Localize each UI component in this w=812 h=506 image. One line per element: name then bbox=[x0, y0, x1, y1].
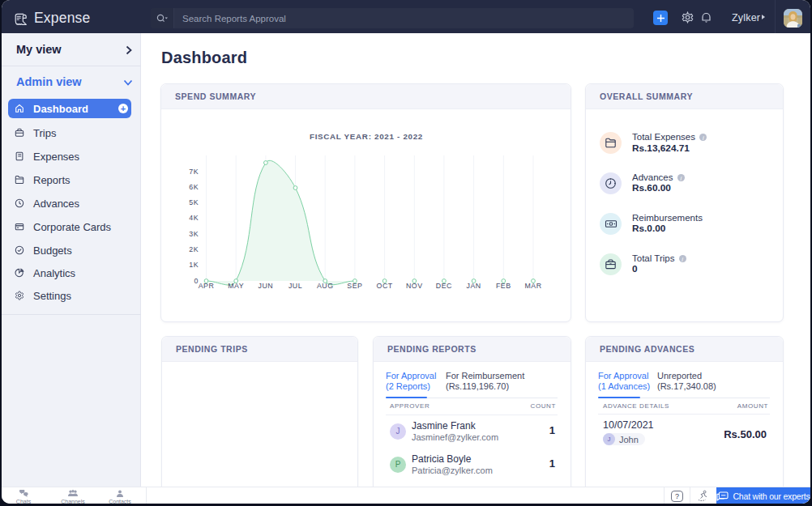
svg-text:JUL: JUL bbox=[288, 282, 302, 290]
svg-text:JAN: JAN bbox=[467, 282, 481, 290]
svg-text:1K: 1K bbox=[189, 261, 199, 269]
svg-text:FEB: FEB bbox=[496, 282, 511, 290]
svg-text:DEC: DEC bbox=[436, 282, 452, 290]
svg-text:NOV: NOV bbox=[406, 282, 423, 290]
svg-text:MAY: MAY bbox=[228, 282, 244, 290]
svg-text:7K: 7K bbox=[189, 168, 199, 176]
svg-text:OCT: OCT bbox=[377, 282, 393, 290]
svg-text:2K: 2K bbox=[189, 245, 199, 253]
svg-text:SEP: SEP bbox=[347, 282, 362, 290]
svg-text:JUN: JUN bbox=[259, 282, 274, 290]
svg-text:4K: 4K bbox=[189, 214, 199, 222]
svg-text:MAR: MAR bbox=[524, 282, 541, 290]
svg-text:3K: 3K bbox=[189, 230, 199, 238]
svg-text:FISCAL YEAR: 2021 - 2022: FISCAL YEAR: 2021 - 2022 bbox=[310, 132, 423, 141]
svg-text:6K: 6K bbox=[189, 183, 199, 191]
svg-text:5K: 5K bbox=[189, 198, 199, 206]
svg-text:APR: APR bbox=[199, 282, 215, 290]
svg-text:AUG: AUG bbox=[317, 282, 334, 290]
